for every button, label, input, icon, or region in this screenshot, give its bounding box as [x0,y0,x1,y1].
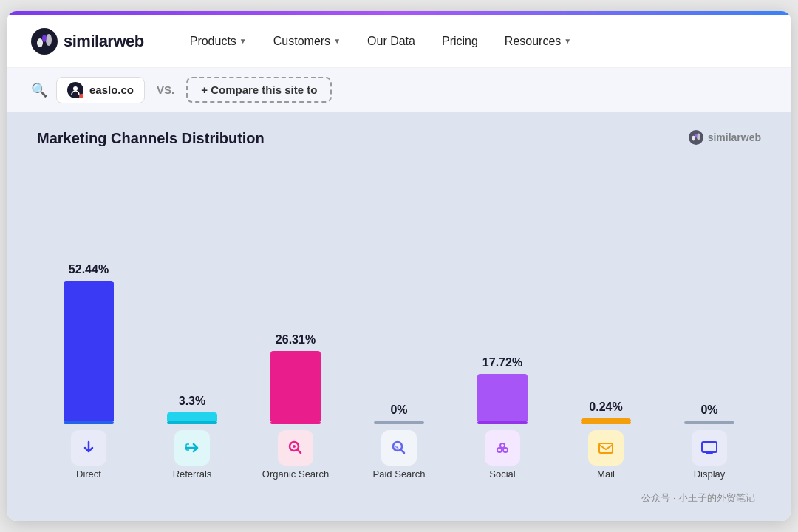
logo[interactable]: similarweb [31,28,144,55]
favicon-icon [70,85,81,95]
nav-resources[interactable]: Resources ▼ [494,29,582,54]
channel-icon: $ [381,430,417,466]
brand-icon [689,130,703,145]
channel-label: Referrals [173,468,212,481]
bar-baseline [270,421,321,424]
bar-baseline [581,421,631,424]
navbar: similarweb Products ▼ Customers ▼ Our Da… [7,15,791,68]
channel-icon [278,430,313,466]
channel-icon [485,430,520,466]
channel-icon [174,430,210,466]
bar-percentage: 0% [390,403,407,417]
bar-percentage: 3.3% [179,395,205,408]
chart-title: Marketing Channels Distribution [37,130,265,147]
brand-label: similarweb [708,132,761,143]
svg-line-16 [500,448,502,449]
site-name: easlo.co [89,83,134,96]
svg-point-3 [42,35,47,42]
bar-baseline [64,421,114,424]
logo-icon [31,28,58,55]
bar-baseline [374,421,424,424]
brand-watermark: similarweb [689,130,761,145]
svg-point-8 [695,134,697,138]
bar-percentage: 17.72% [482,356,522,369]
svg-point-10 [293,445,296,448]
svg-line-17 [504,448,505,449]
vs-label: VS. [157,83,174,96]
nav-customers[interactable]: Customers ▼ [263,29,351,54]
channel-label: Display [694,468,726,481]
bar-body [477,374,528,421]
bar-body [167,412,217,421]
svg-rect-19 [702,442,717,452]
channel-icon [692,430,727,466]
channel-label: Organic Search [262,468,329,481]
svg-rect-18 [599,443,613,453]
channel-label: Social [489,468,515,481]
channel-label: Direct [76,468,101,481]
bar-column-mail: 0.24% Mail [562,400,650,481]
nav-products[interactable]: Products ▼ [180,29,257,54]
bar-percentage: 0.24% [589,400,622,414]
svg-point-6 [692,136,695,141]
bar-percentage: 26.31% [276,333,316,347]
bar-column-social: 17.72% Social [458,356,547,481]
svg-point-4 [73,86,78,91]
site-badge: easlo.co [56,77,145,103]
chart-area: Marketing Channels Distribution similarw… [7,112,791,521]
bar-column-paid-search: 0% $ Paid Search [355,403,443,481]
bar-body [64,281,114,421]
chevron-down-icon: ▼ [239,37,247,45]
channel-label: Paid Search [373,468,426,481]
svg-point-1 [37,38,43,47]
watermark: 公众号 · 小王子的外贸笔记 [37,487,761,506]
logo-text: similarweb [64,32,144,51]
bar-column-direct: 52.44% Direct [44,263,133,481]
bar-chart: 52.44% Direct 3.3% Referrals 26.31% Orga… [37,159,761,487]
bar-baseline [167,421,217,424]
chart-header: Marketing Channels Distribution similarw… [37,130,761,147]
bar-percentage: 0% [700,403,717,417]
bar-body [270,351,321,421]
search-icon: 🔍 [31,82,47,98]
svg-point-7 [697,133,700,140]
channel-icon [71,430,106,466]
bar-column-display: 0% Display [665,403,754,481]
chevron-down-icon: ▼ [333,37,341,45]
channel-label: Mail [597,468,615,481]
site-favicon [67,82,83,98]
compare-button[interactable]: + Compare this site to [186,77,332,103]
bar-column-referrals: 3.3% Referrals [148,395,236,481]
channel-icon [588,430,624,466]
main-window: similarweb Products ▼ Customers ▼ Our Da… [7,11,791,521]
bar-baseline [477,421,528,424]
svg-point-2 [46,34,52,46]
bar-percentage: 52.44% [69,263,109,276]
nav-links: Products ▼ Customers ▼ Our Data Pricing … [180,29,767,54]
nav-our-data[interactable]: Our Data [357,29,426,54]
chevron-down-icon: ▼ [564,37,571,45]
nav-pricing[interactable]: Pricing [432,29,488,54]
svg-text:$: $ [395,444,399,451]
search-bar: 🔍 easlo.co VS. + Compare this site to [7,68,791,112]
bar-column-organic-search: 26.31% Organic Search [251,333,340,481]
bar-baseline [684,421,734,424]
